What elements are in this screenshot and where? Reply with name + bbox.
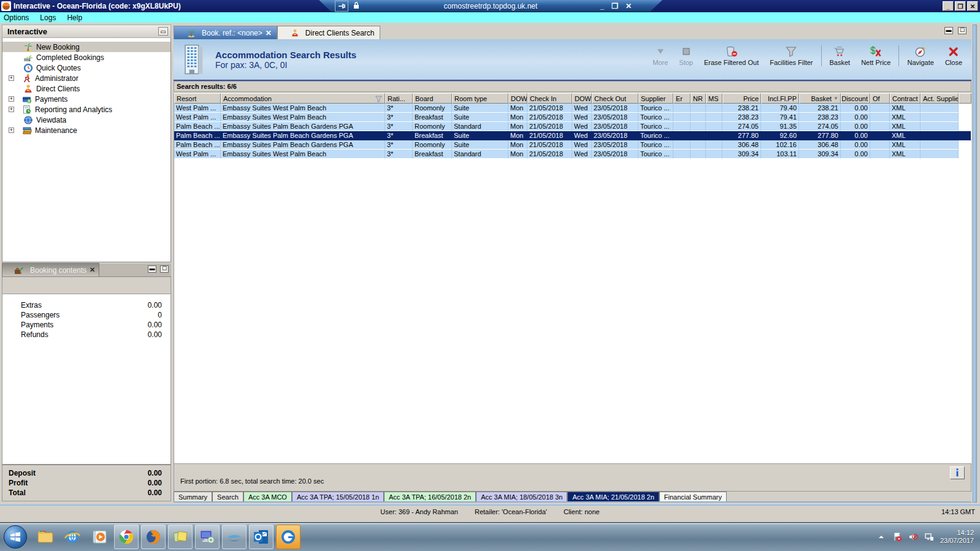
rdp-minimize-button[interactable]: _ [600, 2, 604, 10]
sidebar-item-viewdata[interactable]: Viewdata [2, 115, 170, 125]
network-icon[interactable] [924, 532, 934, 542]
sidebar-item-quick-quotes[interactable]: Quick Quotes [2, 63, 170, 73]
column-header-basket[interactable]: Basket▼ [799, 93, 841, 104]
results-count-label: Search results: 6/6 [177, 83, 237, 90]
facilities-filter-button[interactable]: Facilities Filter [765, 44, 817, 67]
column-header-nr[interactable]: NR [691, 93, 706, 104]
column-header-check-in[interactable]: Check In [527, 93, 572, 104]
bottom-tab-acc-3a-mco[interactable]: Acc 3A MCO [243, 492, 292, 501]
sidebar-item-new-booking[interactable]: New Booking [2, 42, 170, 52]
firefox-icon [145, 528, 162, 545]
taskbar-g-app-button[interactable] [276, 525, 301, 549]
column-header-resort[interactable]: Resort [174, 93, 221, 104]
bottom-tab-financial-summary[interactable]: Financial Summary [659, 492, 727, 501]
column-header-supplier[interactable]: Supplier [638, 93, 673, 104]
taskbar-chrome-button[interactable] [114, 525, 139, 549]
close-red-icon [947, 45, 960, 58]
column-header-board[interactable]: Board [413, 93, 452, 104]
column-header-label: Price [743, 95, 759, 102]
basket-button[interactable]: Basket [825, 44, 855, 67]
bottom-tab-acc-3a-tpa-15-05-2018-1n[interactable]: Acc 3A TPA; 15/05/2018 1n [292, 492, 384, 501]
column-header-dow[interactable]: DOW [572, 93, 592, 104]
action-center-icon[interactable] [892, 532, 902, 542]
sidebar-item-completed-bookings[interactable]: Completed Bookings [2, 52, 170, 63]
navigate-button[interactable]: Navigate [903, 44, 938, 67]
expand-icon[interactable]: + [9, 96, 14, 102]
window-close-button[interactable]: ✕ [967, 1, 978, 11]
column-filter-icon[interactable] [375, 95, 383, 102]
volume-muted-icon[interactable] [908, 532, 918, 542]
bottom-tab-acc-3a-tpa-16-05-2018-2n[interactable]: Acc 3A TPA; 16/05/2018 2n [384, 492, 476, 501]
column-header-ms[interactable]: MS [706, 93, 722, 104]
table-cell [870, 131, 890, 140]
taskbar-outlook-button[interactable] [249, 525, 274, 549]
table-row[interactable]: West Palm ...Embassy Suites West Palm Be… [174, 104, 971, 113]
column-header-rati-[interactable]: Rati... [385, 93, 413, 104]
rdp-restore-button[interactable]: ❐ [611, 2, 618, 10]
rdp-pin-icon[interactable] [335, 1, 348, 12]
table-row[interactable]: Palm Beach ...Embassy Suites Palm Beach … [174, 140, 971, 150]
menu-options[interactable]: Options [4, 13, 29, 22]
document-minimize-button[interactable]: ▬ [944, 27, 953, 34]
booking-contents-close-icon[interactable]: ✕ [90, 266, 95, 274]
table-cell: 21/05/2018 [527, 150, 572, 159]
taskbar-explorer-button[interactable] [33, 525, 58, 549]
table-row[interactable]: Palm Beach ...Embassy Suites Palm Beach … [174, 131, 971, 140]
column-header-price[interactable]: Price [722, 93, 761, 104]
expand-icon[interactable]: + [9, 107, 14, 112]
erase-filtered-out-button[interactable]: Erase Filtered Out [700, 44, 763, 67]
close-button[interactable]: Close [941, 44, 967, 67]
window-minimize-button[interactable]: _ [943, 1, 954, 11]
nett-price-button[interactable]: Nett Price [857, 44, 895, 67]
taskbar-firefox-button[interactable] [141, 525, 166, 549]
column-header-discount[interactable]: Discount [841, 93, 870, 104]
sidebar-item-reporting-and-analytics[interactable]: +Reporting and Analytics [2, 104, 170, 115]
table-row[interactable]: West Palm ...Embassy Suites West Palm Be… [174, 113, 971, 122]
booking-contents-minimize-button[interactable]: ▬ [148, 265, 156, 273]
bottom-tab-acc-3a-mia-18-05-2018-3n[interactable]: Acc 3A MIA; 18/05/2018 3n [476, 492, 567, 501]
table-row[interactable]: Palm Beach ...Embassy Suites Palm Beach … [174, 122, 971, 131]
taskbar-clock[interactable]: 14:12 23/07/2017 [940, 529, 974, 545]
hidden-icons-arrow[interactable] [876, 532, 886, 542]
column-header-dow[interactable]: DOW [508, 93, 527, 104]
column-header-label: Discount [841, 95, 868, 102]
sidebar-item-payments[interactable]: +Payments [2, 94, 170, 104]
menu-logs[interactable]: Logs [40, 13, 56, 22]
taskbar-internet-explorer-button[interactable] [60, 525, 85, 549]
menu-help[interactable]: Help [67, 13, 82, 22]
sidebar-item-administrator[interactable]: +Administrator [2, 73, 170, 83]
column-header-incl-fl-pp[interactable]: Incl.Fl.PP [761, 93, 799, 104]
sidebar-item-maintenance[interactable]: +Maintenance [2, 125, 170, 135]
expand-icon[interactable]: + [9, 75, 14, 81]
taskbar-media-player-button[interactable] [87, 525, 112, 549]
window-edge[interactable] [973, 25, 977, 503]
bottom-tab-search[interactable]: Search [212, 492, 243, 501]
start-button[interactable] [4, 525, 27, 549]
tab-book-ref-none-[interactable]: Book. ref.: <none>✕ [174, 26, 277, 39]
tab-booking-contents[interactable]: Booking contents ✕ [2, 263, 99, 276]
document-maximize-button[interactable]: ☐ [958, 27, 967, 34]
booking-contents-maximize-button[interactable]: ☐ [160, 265, 169, 273]
sidebar-item-direct-clients[interactable]: Direct Clients [2, 83, 170, 94]
taskbar-sync-button[interactable] [222, 525, 247, 549]
column-header-act-supplier[interactable]: Act. Supplier [921, 93, 959, 104]
bottom-tab-acc-3a-mia-21-05-2018-2n[interactable]: Acc 3A MIA; 21/05/2018 2n [567, 492, 659, 501]
table-cell: XML [890, 104, 921, 113]
rdp-close-button[interactable]: ✕ [626, 2, 632, 10]
table-row[interactable]: West Palm ...Embassy Suites West Palm Be… [174, 150, 971, 159]
column-header-accommodation[interactable]: Accommodation [221, 93, 385, 104]
column-header-er[interactable]: Er [673, 93, 691, 104]
window-restore-button[interactable]: ❐ [955, 1, 966, 11]
column-header-contract[interactable]: Contract [890, 93, 921, 104]
tab-direct-clients-search[interactable]: Direct Clients Search [277, 26, 380, 39]
column-header-of[interactable]: Of [870, 93, 890, 104]
column-header-check-out[interactable]: Check Out [592, 93, 638, 104]
sidebar-collapse-button[interactable]: ▭ [158, 27, 168, 36]
taskbar-notes-button[interactable] [168, 525, 193, 549]
info-button[interactable] [950, 466, 965, 479]
tab-close-icon[interactable]: ✕ [266, 29, 272, 37]
expand-icon[interactable]: + [9, 127, 14, 133]
column-header-room-type[interactable]: Room type [452, 93, 508, 104]
bottom-tab-summary[interactable]: Summary [174, 492, 212, 501]
taskbar-remote-desktop-button[interactable] [195, 525, 220, 549]
